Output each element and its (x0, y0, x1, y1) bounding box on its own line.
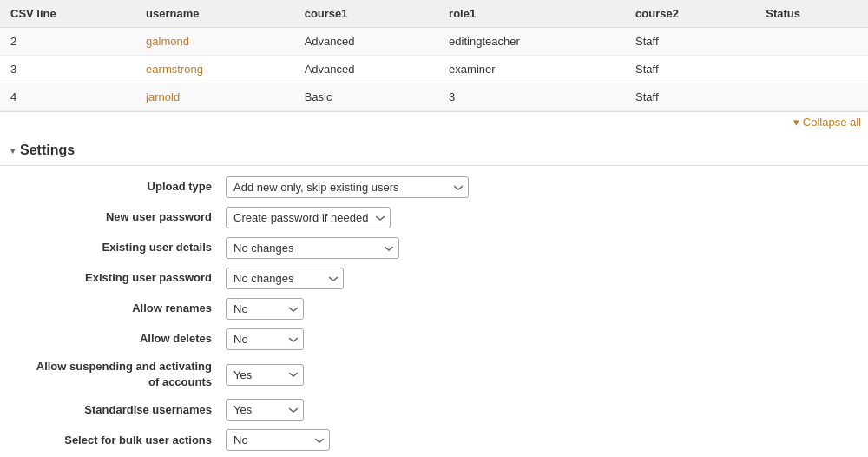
form-row-allow-suspending: Allow suspending and activating of accou… (0, 359, 868, 390)
col-course2: course2 (625, 0, 755, 28)
table-row: 2galmondAdvancededitingteacherStaff (0, 28, 868, 56)
form-control-select-bulk: NoYes (226, 429, 330, 451)
status-cell (755, 28, 868, 56)
form-control-new-user-password: Create password if neededCreate password… (226, 207, 391, 228)
form-label-upload-type: Upload type (35, 179, 226, 195)
allow-suspending-select[interactable]: YesNo (226, 364, 304, 386)
form-control-existing-user-details: No changesUpdate with CSV dataFill in mi… (226, 237, 399, 259)
status-cell (755, 56, 868, 83)
username-link[interactable]: earmstrong (146, 63, 203, 76)
existing-user-password-select[interactable]: No changesUpdate passwordReset password (226, 268, 344, 289)
form-control-existing-user-password: No changesUpdate passwordReset password (226, 268, 344, 289)
username-cell: earmstrong (135, 56, 294, 83)
col-username: username (135, 0, 294, 28)
settings-triangle-icon: ▾ (10, 146, 15, 156)
collapse-all-link[interactable]: ▾ Collapse all (793, 116, 861, 129)
form-label-existing-user-password: Existing user password (35, 270, 226, 286)
table-row: 3earmstrongAdvancedexaminerStaff (0, 56, 868, 83)
form-row-allow-deletes: Allow deletesNoYes (0, 328, 868, 350)
col-course1: course1 (294, 0, 438, 28)
role1-cell: 3 (438, 83, 625, 111)
course2-cell: Staff (625, 56, 755, 83)
upload-type-select[interactable]: Add new only, skip existing usersAdd new… (226, 176, 469, 198)
table-header-row: CSV line username course1 role1 course2 … (0, 0, 868, 28)
username-cell: galmond (135, 28, 294, 56)
username-cell: jarnold (135, 83, 294, 111)
form-control-upload-type: Add new only, skip existing usersAdd new… (226, 176, 469, 198)
course2-cell: Staff (625, 83, 755, 111)
form-control-allow-renames: NoYes (226, 298, 304, 320)
form-control-allow-suspending: YesNo (226, 364, 304, 386)
form-label-new-user-password: New user password (35, 209, 226, 225)
csv-table-section: CSV line username course1 role1 course2 … (0, 0, 868, 111)
form-label-allow-suspending: Allow suspending and activating of accou… (35, 359, 226, 390)
role1-cell: editingteacher (438, 28, 625, 56)
form-label-standardise-usernames: Standardise usernames (35, 402, 226, 418)
form-control-allow-deletes: NoYes (226, 328, 304, 350)
form-row-upload-type: Upload typeAdd new only, skip existing u… (0, 176, 868, 198)
form-row-allow-renames: Allow renamesNoYes (0, 298, 868, 320)
form-label-select-bulk: Select for bulk user actions (35, 433, 226, 448)
settings-section: ▾ Settings Upload typeAdd new only, skip… (0, 136, 868, 457)
allow-renames-select[interactable]: NoYes (226, 298, 304, 320)
role1-cell: examiner (438, 56, 625, 83)
new-user-password-select[interactable]: Create password if neededCreate password… (226, 207, 391, 228)
status-cell (755, 83, 868, 111)
form-label-existing-user-details: Existing user details (35, 240, 226, 255)
username-link[interactable]: jarnold (146, 90, 180, 103)
collapse-bar: ▾ Collapse all (0, 111, 868, 132)
standardise-usernames-select[interactable]: YesNo (226, 399, 304, 421)
settings-title: Settings (20, 142, 75, 158)
course1-cell: Advanced (294, 28, 438, 56)
course2-cell: Staff (625, 28, 755, 56)
col-role1: role1 (438, 0, 625, 28)
form-row-existing-user-password: Existing user passwordNo changesUpdate p… (0, 268, 868, 289)
csv_line-cell: 3 (0, 56, 135, 83)
settings-fields: Upload typeAdd new only, skip existing u… (0, 176, 868, 451)
csv-table: CSV line username course1 role1 course2 … (0, 0, 868, 111)
form-row-existing-user-details: Existing user detailsNo changesUpdate wi… (0, 237, 868, 259)
form-control-standardise-usernames: YesNo (226, 399, 304, 421)
csv_line-cell: 2 (0, 28, 135, 56)
form-label-allow-renames: Allow renames (35, 301, 226, 316)
allow-deletes-select[interactable]: NoYes (226, 328, 304, 350)
col-status: Status (755, 0, 868, 28)
collapse-all-label: Collapse all (803, 116, 861, 129)
select-bulk-select[interactable]: NoYes (226, 429, 330, 451)
course1-cell: Advanced (294, 56, 438, 83)
csv_line-cell: 4 (0, 83, 135, 111)
form-row-new-user-password: New user passwordCreate password if need… (0, 207, 868, 228)
collapse-triangle-icon: ▾ (793, 116, 799, 129)
username-link[interactable]: galmond (146, 35, 189, 48)
table-row: 4jarnoldBasic3Staff (0, 83, 868, 111)
form-row-standardise-usernames: Standardise usernamesYesNo (0, 399, 868, 421)
form-label-allow-deletes: Allow deletes (35, 331, 226, 347)
course1-cell: Basic (294, 83, 438, 111)
form-row-select-bulk: Select for bulk user actionsNoYes (0, 429, 868, 451)
settings-header: ▾ Settings (0, 136, 868, 166)
existing-user-details-select[interactable]: No changesUpdate with CSV dataFill in mi… (226, 237, 399, 259)
col-csv-line: CSV line (0, 0, 135, 28)
